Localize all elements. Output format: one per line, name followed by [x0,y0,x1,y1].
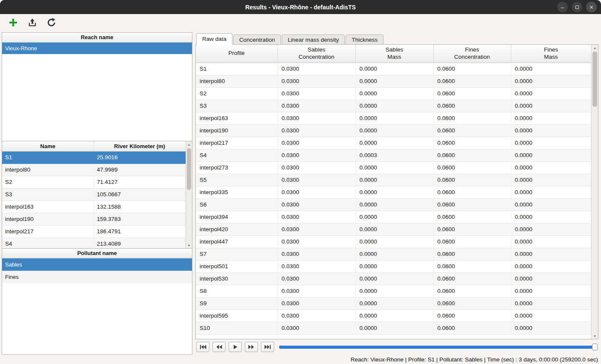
table-row[interactable]: interpol163 0.0300 0.0000 0.0600 0.0000 [196,112,591,124]
scroll-down-icon[interactable]: ▼ [186,242,192,248]
fast-forward-icon [248,344,255,350]
table-row[interactable]: S8 0.0300 0.0000 0.0600 0.0000 [196,285,591,297]
profile-cell: S3 [196,100,278,112]
result-tab[interactable]: Raw data [196,33,232,45]
table-row[interactable]: interpol190 0.0300 0.0000 0.0600 0.0000 [196,124,591,137]
pollutant-list-item[interactable]: Sables [2,258,192,271]
window-controls: – × [557,0,597,14]
refresh-button[interactable] [46,17,57,30]
profile-row[interactable]: S3 105.0667 [2,188,186,201]
table-row[interactable]: interpol273 0.0300 0.0000 0.0600 0.0000 [196,161,591,174]
profile-row[interactable]: interpol217 186.4791 [2,225,186,238]
profiles-table-header-row: Name River Kilometer (m) [2,141,186,151]
profile-cell: S8 [196,285,278,297]
sables-mass-cell: 0.0000 [355,75,433,87]
fines-mass-cell: 0.0000 [511,100,591,112]
scroll-up-icon[interactable]: ▲ [186,141,192,147]
export-button[interactable] [26,17,38,30]
profile-cell: interpol447 [196,235,278,248]
sables-mass-cell: 0.0000 [355,198,433,211]
reach-list-item[interactable]: Vieux-Rhone [2,43,192,54]
sables-mass-cell: 0.0000 [355,285,433,297]
table-row[interactable]: S9 0.0300 0.0000 0.0600 0.0000 [196,297,591,310]
maximize-button[interactable] [572,2,582,12]
play-button[interactable] [229,342,242,352]
table-row[interactable]: S5 0.0300 0.0000 0.0600 0.0000 [196,174,591,186]
sables-concentration-cell: 0.0300 [278,322,355,334]
scroll-down-icon[interactable]: ▼ [592,333,598,339]
profile-row[interactable]: S2 71.4127 [2,176,186,188]
result-tab[interactable]: Concentration [233,34,281,45]
scroll-up-icon[interactable]: ▲ [592,45,598,51]
fines-concentration-cell: 0.0600 [433,285,511,297]
sables-concentration-cell: 0.0300 [278,310,355,322]
minimize-button[interactable]: – [557,2,568,12]
pollutant-list: Sables Fines [2,258,192,283]
raw-data-column-header[interactable]: Fines Mass [511,45,591,63]
sables-concentration-cell: 0.0300 [278,272,355,285]
sables-mass-cell: 0.0000 [355,322,433,334]
profile-row[interactable]: interpol190 159.3783 [2,213,186,225]
fines-mass-cell: 0.0000 [511,322,591,334]
profile-row[interactable]: interpol163 132.1588 [2,201,186,213]
pollutant-list-item[interactable]: Fines [2,271,192,283]
scrollbar-thumb[interactable] [592,52,597,107]
rewind-button[interactable] [212,342,226,352]
profile-row[interactable]: interpol80 47.9989 [2,163,186,176]
sables-concentration-cell: 0.0300 [278,248,355,260]
scrollbar-thumb[interactable] [187,148,191,190]
sables-concentration-cell: 0.0300 [278,186,355,198]
fines-mass-cell: 0.0000 [511,248,591,260]
sables-mass-cell: 0.0000 [355,63,433,75]
profile-name-cell: interpol163 [2,201,94,213]
fast-forward-button[interactable] [245,342,258,352]
table-row[interactable]: interpol530 0.0300 0.0000 0.0600 0.0000 [196,272,591,285]
profile-cell: interpol273 [196,161,278,174]
table-row[interactable]: S7 0.0300 0.0000 0.0600 0.0000 [196,248,591,260]
table-row[interactable]: interpol501 0.0300 0.0000 0.0600 0.0000 [196,260,591,272]
profiles-scrollbar[interactable]: ▲ ▼ [186,141,192,248]
profiles-column-header[interactable]: Name [2,141,94,151]
raw-data-scrollbar[interactable]: ▲ ▼ [591,45,598,339]
result-tab[interactable]: Thickness [346,34,383,45]
fines-concentration-cell: 0.0600 [433,63,511,75]
raw-data-column-header[interactable]: Sables Mass [355,45,433,63]
table-row[interactable]: S1 0.0300 0.0000 0.0600 0.0000 [196,63,591,75]
profile-row[interactable]: S4 213.4089 [2,238,186,249]
fines-mass-cell: 0.0000 [511,149,591,161]
table-row[interactable]: interpol217 0.0300 0.0000 0.0600 0.0000 [196,137,591,149]
skip-backward-button[interactable] [196,342,209,352]
close-button[interactable]: × [586,2,597,12]
app-window: Results - Vieux-Rhône - default-AdisTS –… [0,0,601,364]
table-row[interactable]: S4 0.0300 0.0003 0.0600 0.0000 [196,149,591,161]
sables-concentration-cell: 0.0300 [278,63,355,75]
table-row[interactable]: interpol595 0.0300 0.0000 0.0600 0.0000 [196,310,591,322]
profile-row[interactable]: S1 25.9016 [2,151,186,163]
raw-data-column-header[interactable]: Sables Concentration [278,45,355,63]
table-row[interactable]: interpol420 0.0300 0.0000 0.0600 0.0000 [196,223,591,235]
result-tab[interactable]: Linear mass density [282,34,345,45]
skip-forward-button[interactable] [261,342,274,352]
sables-concentration-cell: 0.0300 [278,149,355,161]
time-slider-handle[interactable] [592,344,598,350]
table-row[interactable]: S2 0.0300 0.0000 0.0600 0.0000 [196,87,591,100]
fines-concentration-cell: 0.0600 [433,198,511,211]
table-row[interactable]: S3 0.0300 0.0000 0.0600 0.0000 [196,100,591,112]
titlebar[interactable]: Results - Vieux-Rhône - default-AdisTS –… [0,0,601,14]
profile-cell: interpol394 [196,211,278,223]
time-slider-track[interactable] [279,346,598,349]
table-row[interactable]: interpol80 0.0300 0.0000 0.0600 0.0000 [196,75,591,87]
profiles-column-header[interactable]: River Kilometer (m) [94,141,186,151]
add-button[interactable] [7,17,19,30]
table-row[interactable]: interpol335 0.0300 0.0000 0.0600 0.0000 [196,186,591,198]
time-slider[interactable] [279,343,598,351]
table-row[interactable]: interpol447 0.0300 0.0000 0.0600 0.0000 [196,235,591,248]
table-row[interactable]: S10 0.0300 0.0000 0.0600 0.0000 [196,322,591,334]
raw-data-column-header[interactable]: Profile [196,45,278,63]
fines-concentration-cell: 0.0600 [433,310,511,322]
table-row[interactable]: S6 0.0300 0.0000 0.0600 0.0000 [196,198,591,211]
sables-concentration-cell: 0.0300 [278,100,355,112]
raw-data-column-header[interactable]: Fines Concentration [433,45,511,63]
profile-cell: interpol420 [196,223,278,235]
table-row[interactable]: interpol394 0.0300 0.0000 0.0600 0.0000 [196,211,591,223]
